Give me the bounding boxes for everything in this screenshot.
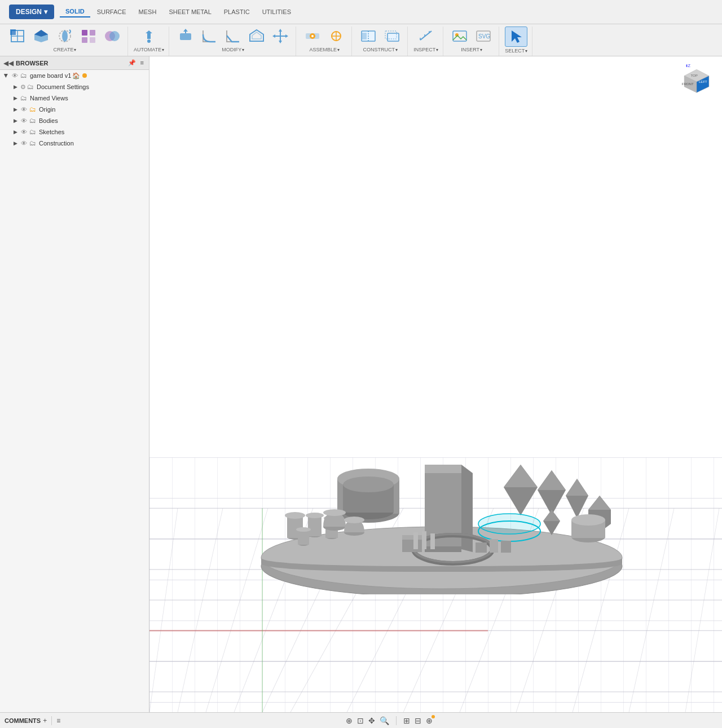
toolbar: DESIGN ▾ SOLID SURFACE MESH SHEET METAL … [0,0,722,56]
svg-rect-78 [425,465,461,473]
inspect-chevron: ▾ [436,47,438,52]
tab-plastic[interactable]: PLASTIC [218,7,256,17]
modify-label[interactable]: MODIFY ▾ [222,47,244,52]
tab-solid[interactable]: SOLID [60,6,90,17]
shell-button[interactable] [246,27,267,46]
display-mode-icon[interactable]: ⊞ [403,716,410,725]
tree-item-origin[interactable]: ▶ 👁 🗂 Origin [0,104,149,115]
view-cube[interactable]: Z TOP FRONT LEFT [677,62,716,102]
automate-button[interactable] [138,27,160,46]
combine-button[interactable] [102,27,123,46]
create-label[interactable]: CREATE ▾ [54,47,77,52]
svg-rect-41 [453,31,466,41]
press-pull-icon [177,28,194,44]
origin-visibility-icon[interactable]: 👁 [19,105,28,114]
pattern-button[interactable] [78,27,99,46]
insert-image-button[interactable] [449,27,470,46]
svg-marker-34 [362,33,367,39]
move-button[interactable] [270,27,291,46]
sketches-expand-arrow[interactable]: ▶ [11,127,19,136]
midplane-button[interactable] [358,27,379,46]
root-dot [82,73,87,78]
construction-expand-arrow[interactable]: ▶ [11,139,19,148]
new-sketch-button[interactable] [7,27,28,46]
select-tools [505,27,527,47]
bodies-visibility-icon[interactable]: 👁 [19,116,28,125]
root-expand-arrow[interactable]: ▶ [2,72,11,80]
sketches-label: Sketches [37,129,64,135]
tab-mesh[interactable]: MESH [133,7,162,17]
insert-text: INSERT [461,47,479,52]
joint-origin-icon [328,28,345,44]
statusbar-more-button[interactable]: ≡ [56,717,60,725]
pan-icon[interactable]: ⊡ [357,716,364,725]
browser-more-button[interactable]: ≡ [139,59,146,67]
select-label[interactable]: SELECT ▾ [505,48,527,54]
doc-settings-expand-arrow[interactable]: ▶ [11,82,19,91]
construct-label[interactable]: CONSTRUCT ▾ [363,47,398,52]
browser-collapse-icon[interactable]: ◀◀ [3,59,14,67]
offset-plane-button[interactable] [381,27,403,46]
orbit-icon[interactable]: ⊕ [346,716,353,725]
grid-icon[interactable]: ⊟ [415,716,421,725]
origin-expand-arrow[interactable]: ▶ [11,105,19,114]
sketches-visibility-icon[interactable]: 👁 [19,127,28,136]
tab-surface[interactable]: SURFACE [91,7,132,17]
joint-origin-button[interactable] [325,27,347,46]
tree-item-bodies[interactable]: ▶ 👁 🗂 Bodies [0,115,149,126]
svg-rect-114 [422,531,426,549]
tree-item-sketches[interactable]: ▶ 👁 🗂 Sketches [0,126,149,138]
tree-item-construction[interactable]: ▶ 👁 🗂 Construction [0,138,149,149]
select-button[interactable] [505,27,527,47]
revolve-button[interactable] [54,27,76,46]
svg-text:TOP: TOP [690,73,697,77]
settings-icon[interactable]: ⊕ [426,716,433,725]
move-3d-icon[interactable]: ✥ [368,716,375,725]
assemble-label[interactable]: ASSEMBLE ▾ [309,47,340,52]
comments-add-button[interactable]: + [43,717,47,725]
doc-settings-label: Document Settings [35,83,89,90]
insert-svg-icon: SVG [475,28,492,44]
toolbar-tab-row: DESIGN ▾ SOLID SURFACE MESH SHEET METAL … [0,0,722,24]
extrude-button[interactable] [30,27,52,46]
tree-item-doc-settings[interactable]: ▶ ⚙ 🗂 Document Settings [0,81,149,92]
chamfer-button[interactable] [222,27,244,46]
tree-item-named-views[interactable]: ▶ 🗂 Named Views [0,92,149,104]
viewport[interactable]: Z TOP FRONT LEFT [149,56,722,712]
automate-label[interactable]: AUTOMATE ▾ [134,47,164,52]
tree-item-root[interactable]: ▶ 👁 🗂 game board v1 🏠 [0,70,149,81]
press-pull-button[interactable] [175,27,196,46]
svg-rect-3 [10,29,16,35]
insert-svg-button[interactable]: SVG [473,27,494,46]
modify-tools [175,27,291,46]
construction-label: Construction [37,140,74,147]
construct-text: CONSTRUCT [363,47,395,52]
tab-utilities[interactable]: UTILITIES [257,7,297,17]
tab-sheet-metal[interactable]: SHEET METAL [163,7,217,17]
measure-button[interactable] [415,27,437,46]
insert-group: SVG INSERT ▾ [444,27,499,56]
design-menu-button[interactable]: DESIGN ▾ [9,5,54,19]
bodies-expand-arrow[interactable]: ▶ [11,116,19,125]
automate-tools [138,27,160,46]
svg-rect-35 [388,33,399,41]
svg-text:Z: Z [688,63,690,68]
construction-visibility-icon[interactable]: 👁 [19,139,28,148]
statusbar-left: COMMENTS + ≡ [5,716,60,725]
fillet-button[interactable] [199,27,220,46]
insert-label[interactable]: INSERT ▾ [461,47,482,52]
svg-marker-17 [183,29,188,32]
assemble-tools [302,27,347,46]
settings-badge [432,715,435,718]
named-views-expand-arrow[interactable]: ▶ [11,94,19,103]
zoom-icon[interactable]: 🔍 [380,716,389,725]
svg-rect-119 [476,542,487,553]
joint-button[interactable] [302,27,323,46]
statusbar-separator-1 [51,716,52,725]
select-chevron: ▾ [525,48,527,54]
root-visibility-icon[interactable]: 👁 [10,71,19,80]
browser-pin-button[interactable]: 📌 [126,59,138,67]
inspect-label[interactable]: INSPECT ▾ [413,47,438,52]
assemble-chevron: ▾ [337,47,340,52]
measure-icon [417,28,434,44]
